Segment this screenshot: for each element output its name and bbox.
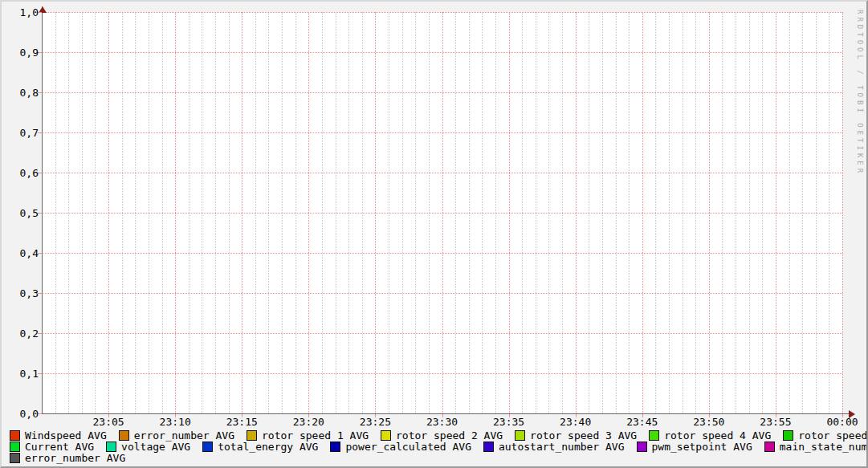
y-tick-label: 1,0 (2, 7, 39, 18)
h-major-gridline (42, 333, 842, 334)
legend-label: voltage AVG (121, 442, 190, 452)
legend-label: error_number AVG (134, 430, 234, 441)
legend-entry: rotor speed 2 AVG (381, 430, 503, 441)
y-tick-label: 0,2 (2, 328, 39, 339)
legend-color-swatch (202, 442, 213, 452)
legend-entry: power_calculated AVG (330, 442, 471, 452)
h-major-gridline (42, 173, 842, 173)
legend-color-swatch (330, 442, 340, 452)
plot-area (42, 12, 842, 413)
x-tick-label: 23:05 (91, 417, 126, 427)
x-tick-label: 23:10 (157, 417, 193, 427)
h-major-gridline (42, 213, 842, 214)
legend-entry: voltage AVG (106, 442, 190, 452)
legend-entry: error_number AVG (10, 453, 125, 463)
x-tick-label: 23:15 (224, 417, 259, 427)
legend-label: rotor speed 5 AVG (798, 430, 868, 441)
legend: Windspeed AVGerror_number AVGrotor speed… (10, 429, 865, 463)
y-tick-label: 0,4 (2, 248, 39, 258)
y-tick-label: 0,3 (2, 288, 39, 299)
h-major-gridline (42, 293, 842, 294)
legend-color-swatch (764, 442, 775, 452)
legend-color-swatch (381, 430, 391, 441)
y-tick-label: 0,8 (2, 87, 39, 98)
legend-color-swatch (10, 442, 20, 452)
y-tick-label: 0,5 (2, 208, 39, 218)
x-tick-label: 23:55 (758, 417, 793, 427)
legend-entry: Current AVG (10, 442, 94, 452)
legend-color-swatch (10, 430, 20, 441)
legend-color-swatch (783, 430, 793, 441)
x-tick-label: 23:20 (291, 417, 326, 427)
h-major-gridline (42, 92, 842, 93)
h-major-gridline (42, 253, 842, 254)
legend-label: Windspeed AVG (25, 430, 107, 441)
legend-entry: pwm_setpoint AVG (637, 442, 752, 452)
x-tick-label: 23:35 (491, 417, 527, 427)
legend-label: main_state_number AVG (780, 442, 868, 452)
legend-row: error_number AVG (10, 452, 865, 463)
legend-entry: autostart_number AVG (483, 442, 625, 452)
legend-label: autostart_number AVG (499, 442, 625, 452)
legend-label: rotor speed 3 AVG (530, 430, 637, 441)
legend-entry: error_number AVG (119, 430, 234, 441)
x-tick-label: 23:45 (625, 417, 660, 427)
y-tick-label: 0,1 (2, 368, 39, 379)
legend-entry: rotor speed 5 AVG (783, 430, 868, 441)
x-tick-label: 00:00 (825, 417, 860, 427)
legend-color-swatch (106, 442, 116, 452)
x-tick-label: 23:30 (425, 417, 460, 427)
legend-entry: main_state_number AVG (764, 442, 868, 452)
y-tick-label: 0,9 (2, 47, 39, 58)
legend-color-swatch (483, 442, 494, 452)
h-major-gridline (42, 52, 842, 53)
v-major-gridline (842, 12, 843, 413)
legend-color-swatch (649, 430, 659, 441)
h-major-gridline (42, 12, 842, 13)
x-axis-line (42, 413, 850, 414)
legend-label: total_energy AVG (218, 442, 318, 452)
h-major-gridline (42, 132, 842, 133)
y-tick-label: 0,7 (2, 128, 39, 138)
y-axis-line (42, 6, 43, 414)
legend-label: Current AVG (25, 442, 94, 452)
rrdtool-graph: Windspeed AVGerror_number AVGrotor speed… (0, 0, 868, 468)
x-tick-label: 23:40 (558, 417, 593, 427)
legend-color-swatch (247, 430, 257, 441)
x-tick-label: 23:50 (691, 417, 727, 427)
y-tick-label: 0,6 (2, 168, 39, 178)
y-tick-label: 0,0 (2, 409, 39, 419)
legend-entry: Windspeed AVG (10, 430, 107, 441)
legend-entry: rotor speed 3 AVG (515, 430, 637, 441)
legend-label: rotor speed 4 AVG (664, 430, 771, 441)
legend-color-swatch (119, 430, 129, 441)
legend-color-swatch (637, 442, 647, 452)
legend-row: Windspeed AVGerror_number AVGrotor speed… (10, 429, 865, 441)
legend-color-swatch (10, 453, 20, 463)
legend-label: rotor speed 2 AVG (396, 430, 503, 441)
x-tick-label: 23:25 (357, 417, 393, 427)
legend-entry: rotor speed 1 AVG (247, 430, 369, 441)
legend-label: rotor speed 1 AVG (262, 430, 369, 441)
legend-label: power_calculated AVG (345, 442, 471, 452)
legend-row: Current AVGvoltage AVGtotal_energy AVGpo… (10, 441, 865, 452)
legend-label: pwm_setpoint AVG (652, 442, 752, 452)
legend-entry: total_energy AVG (202, 442, 318, 452)
legend-label: error_number AVG (25, 453, 125, 463)
watermark: RRDTOOL / TOBI OETIKER (856, 10, 864, 176)
legend-entry: rotor speed 4 AVG (649, 430, 771, 441)
legend-color-swatch (515, 430, 525, 441)
h-major-gridline (42, 373, 842, 374)
